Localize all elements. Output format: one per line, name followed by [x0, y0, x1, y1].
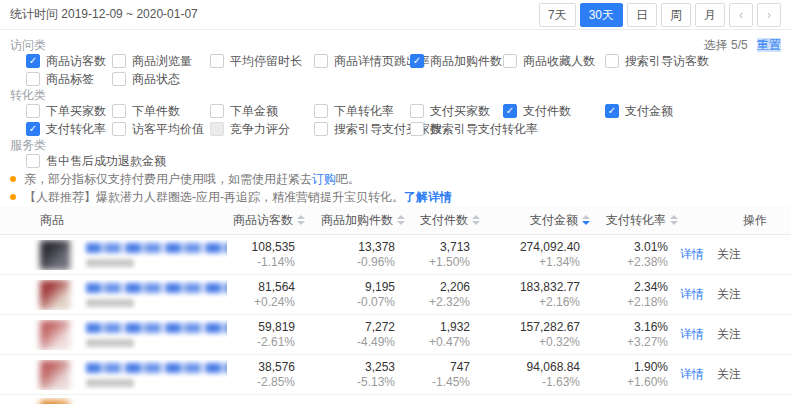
- detail-link[interactable]: 详情: [680, 366, 704, 383]
- metric-checkbox-商品详情页跳出率[interactable]: 商品详情页跳出率: [314, 53, 410, 70]
- metric-checkbox-搜索引导支付转化率[interactable]: 搜索引导支付转化率: [410, 121, 503, 138]
- checkbox-icon[interactable]: [410, 104, 424, 118]
- metric-checkbox-支付买家数[interactable]: 支付买家数: [410, 103, 503, 120]
- checkbox-icon[interactable]: [314, 122, 328, 136]
- product-title-blurred[interactable]: [86, 243, 227, 253]
- notice-link[interactable]: 订购: [312, 171, 336, 188]
- checkbox-icon[interactable]: [26, 104, 40, 118]
- checkbox-icon[interactable]: [314, 104, 328, 118]
- checkbox-icon[interactable]: [112, 72, 126, 86]
- next-period-button[interactable]: ›: [757, 3, 781, 27]
- metric-checkbox-商品访客数[interactable]: ✓商品访客数: [26, 53, 112, 70]
- checkbox-icon[interactable]: ✓: [503, 104, 517, 118]
- checkbox-icon[interactable]: [605, 54, 619, 68]
- metric-checkbox-搜索引导访客数[interactable]: 搜索引导访客数: [605, 53, 781, 70]
- metric-cell: 3.01%+2.38%: [590, 240, 678, 270]
- checkbox-icon[interactable]: [112, 54, 126, 68]
- checkbox-icon[interactable]: [26, 72, 40, 86]
- follow-link[interactable]: 关注: [717, 246, 741, 263]
- product-cell: [12, 240, 227, 270]
- sort-icon[interactable]: [472, 215, 480, 225]
- sort-icon[interactable]: [297, 215, 305, 225]
- metric-label: 支付买家数: [430, 103, 490, 120]
- metric-checkbox-下单买家数[interactable]: 下单买家数: [26, 103, 112, 120]
- metric-value: 157,282.67: [480, 320, 580, 335]
- metric-checkbox-商品标签[interactable]: 商品标签: [26, 71, 112, 88]
- checkbox-icon[interactable]: ✓: [605, 104, 619, 118]
- detail-link[interactable]: 详情: [680, 326, 704, 343]
- checkbox-icon[interactable]: ✓: [26, 54, 40, 68]
- checkbox-icon[interactable]: ✓: [26, 122, 40, 136]
- metric-checkbox-支付件数[interactable]: ✓支付件数: [503, 103, 605, 120]
- metric-label: 下单金额: [230, 103, 278, 120]
- metric-checkbox-支付金额[interactable]: ✓支付金额: [605, 103, 781, 120]
- column-header-支付转化率[interactable]: 支付转化率: [590, 212, 678, 229]
- detail-link[interactable]: 详情: [680, 246, 704, 263]
- metric-value: 9,195: [305, 280, 395, 295]
- metric-value: 7,272: [305, 320, 395, 335]
- follow-link[interactable]: 关注: [717, 286, 741, 303]
- notice-link[interactable]: 了解详情: [404, 189, 452, 206]
- reset-link[interactable]: 重置: [757, 38, 781, 52]
- sort-icon[interactable]: [670, 215, 678, 225]
- checkbox-icon[interactable]: [210, 54, 224, 68]
- product-info: [86, 283, 227, 307]
- product-thumbnail[interactable]: [40, 320, 70, 350]
- sort-icon[interactable]: [397, 215, 405, 225]
- checkbox-icon[interactable]: [26, 154, 40, 168]
- table-row: 59,819-2.61%7,272-4.49%1,932+0.47%157,28…: [0, 315, 791, 355]
- checkbox-icon[interactable]: [210, 122, 224, 136]
- sort-icon[interactable]: [582, 215, 590, 225]
- product-title-blurred[interactable]: [86, 363, 227, 373]
- detail-link[interactable]: 详情: [680, 286, 704, 303]
- range-button-周[interactable]: 周: [661, 3, 691, 27]
- checkbox-icon[interactable]: [112, 104, 126, 118]
- column-header-支付件数[interactable]: 支付件数: [405, 212, 480, 229]
- metric-checkbox-商品状态[interactable]: 商品状态: [112, 71, 210, 88]
- checkbox-icon[interactable]: [314, 54, 328, 68]
- column-header-商品访客数[interactable]: 商品访客数: [227, 212, 305, 229]
- range-button-7天[interactable]: 7天: [539, 3, 576, 27]
- follow-link[interactable]: 关注: [717, 326, 741, 343]
- notice-dot-icon: [10, 176, 16, 182]
- metric-label: 搜索引导支付转化率: [430, 121, 538, 138]
- metric-checkbox-商品加购件数[interactable]: ✓商品加购件数: [410, 53, 503, 70]
- metric-section: 访问类✓商品访客数商品浏览量平均停留时长商品详情页跳出率✓商品加购件数商品收藏人…: [10, 38, 781, 88]
- range-button-30天[interactable]: 30天: [580, 3, 623, 27]
- product-thumbnail[interactable]: [40, 240, 70, 270]
- metric-checkbox-竞争力评分[interactable]: 竞争力评分: [210, 121, 314, 138]
- column-header-商品加购件数[interactable]: 商品加购件数: [305, 212, 405, 229]
- metric-checkbox-搜索引导支付买家数[interactable]: 搜索引导支付买家数: [314, 121, 410, 138]
- metric-checkbox-平均停留时长[interactable]: 平均停留时长: [210, 53, 314, 70]
- range-button-日[interactable]: 日: [627, 3, 657, 27]
- metric-checkbox-下单转化率[interactable]: 下单转化率: [314, 103, 410, 120]
- checkbox-icon[interactable]: ✓: [410, 54, 424, 68]
- metric-checkbox-支付转化率[interactable]: ✓支付转化率: [26, 121, 112, 138]
- metric-checkbox-访客平均价值[interactable]: 访客平均价值: [112, 121, 210, 138]
- metric-cell: 1,932+0.47%: [405, 320, 480, 350]
- column-header-支付金额[interactable]: 支付金额: [480, 212, 590, 229]
- prev-period-button[interactable]: ‹: [729, 3, 753, 27]
- metric-checkbox-下单金额[interactable]: 下单金额: [210, 103, 314, 120]
- product-title-blurred[interactable]: [86, 323, 227, 333]
- metric-value: 108,535: [227, 240, 295, 255]
- checkbox-icon[interactable]: [210, 104, 224, 118]
- metric-value: 59,819: [227, 320, 295, 335]
- product-title-blurred[interactable]: [86, 283, 227, 293]
- product-thumbnail[interactable]: [40, 280, 70, 310]
- checkbox-icon[interactable]: [112, 122, 126, 136]
- metric-checkbox-商品浏览量[interactable]: 商品浏览量: [112, 53, 210, 70]
- product-thumbnail[interactable]: [40, 400, 70, 404]
- checkbox-icon[interactable]: [410, 122, 424, 136]
- follow-link[interactable]: 关注: [717, 366, 741, 383]
- metric-checkbox-下单件数[interactable]: 下单件数: [112, 103, 210, 120]
- metric-label: 支付转化率: [46, 121, 106, 138]
- metric-change: -1.63%: [480, 375, 580, 390]
- product-thumbnail[interactable]: [40, 360, 70, 390]
- metric-checkbox-售中售后成功退款金额[interactable]: 售中售后成功退款金额: [26, 153, 112, 170]
- checkbox-icon[interactable]: [503, 54, 517, 68]
- metric-cell: 108,535-1.14%: [227, 240, 305, 270]
- range-button-月[interactable]: 月: [695, 3, 725, 27]
- metric-checkbox-商品收藏人数[interactable]: 商品收藏人数: [503, 53, 605, 70]
- metric-cell: 1.90%+1.60%: [590, 360, 678, 390]
